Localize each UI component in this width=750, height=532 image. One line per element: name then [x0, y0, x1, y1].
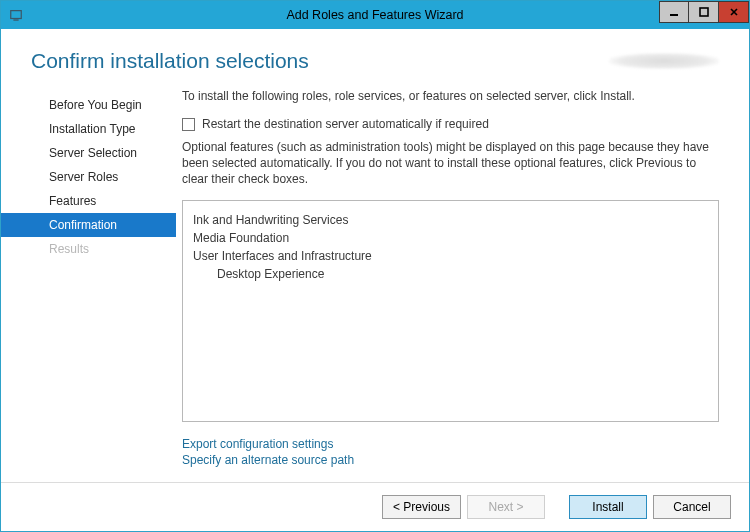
- main-panel: To install the following roles, role ser…: [176, 85, 737, 482]
- feature-item: Ink and Handwriting Services: [193, 211, 708, 229]
- install-button[interactable]: Install: [569, 495, 647, 519]
- step-installation-type[interactable]: Installation Type: [1, 117, 176, 141]
- next-button: Next >: [467, 495, 545, 519]
- svg-rect-1: [13, 19, 18, 20]
- step-features[interactable]: Features: [1, 189, 176, 213]
- step-before-you-begin[interactable]: Before You Begin: [1, 93, 176, 117]
- optional-features-note: Optional features (such as administratio…: [182, 139, 719, 188]
- previous-button[interactable]: < Previous: [382, 495, 461, 519]
- spacer: [551, 495, 563, 519]
- svg-rect-3: [700, 8, 708, 16]
- minimize-button[interactable]: [659, 1, 689, 23]
- feature-item: User Interfaces and Infrastructure: [193, 247, 708, 265]
- titlebar: Add Roles and Features Wizard: [1, 1, 749, 29]
- step-server-roles[interactable]: Server Roles: [1, 165, 176, 189]
- export-config-link[interactable]: Export configuration settings: [182, 436, 719, 452]
- step-confirmation[interactable]: Confirmation: [1, 213, 176, 237]
- selected-features-list[interactable]: Ink and Handwriting Services Media Found…: [182, 200, 719, 422]
- wizard-window: Add Roles and Features Wizard Confirm in…: [0, 0, 750, 532]
- app-icon: [9, 8, 23, 22]
- window-title: Add Roles and Features Wizard: [1, 8, 749, 22]
- restart-option[interactable]: Restart the destination server automatic…: [182, 117, 719, 131]
- restart-checkbox-label: Restart the destination server automatic…: [202, 117, 489, 131]
- svg-rect-2: [670, 14, 678, 16]
- intro-text: To install the following roles, role ser…: [182, 89, 719, 103]
- alternate-source-link[interactable]: Specify an alternate source path: [182, 452, 719, 468]
- links: Export configuration settings Specify an…: [182, 436, 719, 468]
- close-button[interactable]: [719, 1, 749, 23]
- feature-item: Media Foundation: [193, 229, 708, 247]
- body: Before You Begin Installation Type Serve…: [1, 85, 749, 482]
- feature-item: Desktop Experience: [193, 265, 708, 283]
- page-title: Confirm installation selections: [31, 49, 309, 73]
- svg-rect-0: [11, 11, 22, 19]
- maximize-button[interactable]: [689, 1, 719, 23]
- step-server-selection[interactable]: Server Selection: [1, 141, 176, 165]
- step-results: Results: [1, 237, 176, 261]
- wizard-steps: Before You Begin Installation Type Serve…: [1, 85, 176, 482]
- destination-server-label: [609, 53, 719, 69]
- header: Confirm installation selections: [1, 29, 749, 85]
- restart-checkbox[interactable]: [182, 118, 195, 131]
- cancel-button[interactable]: Cancel: [653, 495, 731, 519]
- footer: < Previous Next > Install Cancel: [1, 482, 749, 531]
- window-buttons: [659, 1, 749, 29]
